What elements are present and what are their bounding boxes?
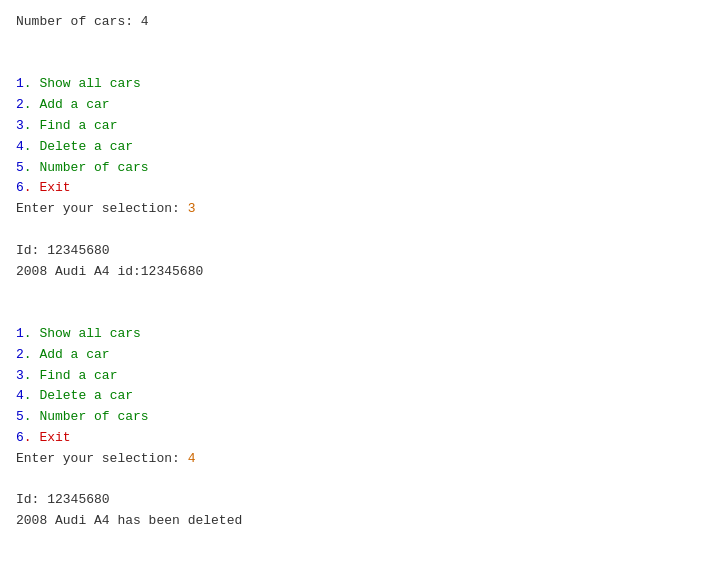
menu-item: 4. Delete a car: [16, 386, 692, 407]
terminal-output: Number of cars: 41. Show all cars2. Add …: [16, 12, 692, 562]
output-line: Number of cars: 4: [16, 12, 692, 33]
blank-line: [16, 33, 692, 54]
blank-line: [16, 303, 692, 324]
blank-line: [16, 532, 692, 553]
prompt-line: Enter your selection: 3: [16, 199, 692, 220]
menu-item: 3. Find a car: [16, 366, 692, 387]
menu-item: 1. Show all cars: [16, 74, 692, 95]
selection-value: 4: [188, 451, 196, 466]
menu-item: 4. Delete a car: [16, 137, 692, 158]
blank-line: [16, 54, 692, 75]
blank-line: [16, 282, 692, 303]
menu-item: 6. Exit: [16, 178, 692, 199]
menu-item: 1. Show all cars: [16, 324, 692, 345]
output-line: 2008 Audi A4 id:12345680: [16, 262, 692, 283]
menu-item: 2. Add a car: [16, 345, 692, 366]
blank-line: [16, 553, 692, 562]
menu-item: 2. Add a car: [16, 95, 692, 116]
menu-item: 3. Find a car: [16, 116, 692, 137]
prompt-text: Enter your selection:: [16, 201, 188, 216]
prompt-text: Enter your selection:: [16, 451, 188, 466]
output-line: Id: 12345680: [16, 490, 692, 511]
selection-value: 3: [188, 201, 196, 216]
blank-line: [16, 470, 692, 491]
menu-item: 5. Number of cars: [16, 158, 692, 179]
menu-item: 6. Exit: [16, 428, 692, 449]
prompt-line: Enter your selection: 4: [16, 449, 692, 470]
blank-line: [16, 220, 692, 241]
output-line: Id: 12345680: [16, 241, 692, 262]
menu-item: 5. Number of cars: [16, 407, 692, 428]
output-line: 2008 Audi A4 has been deleted: [16, 511, 692, 532]
